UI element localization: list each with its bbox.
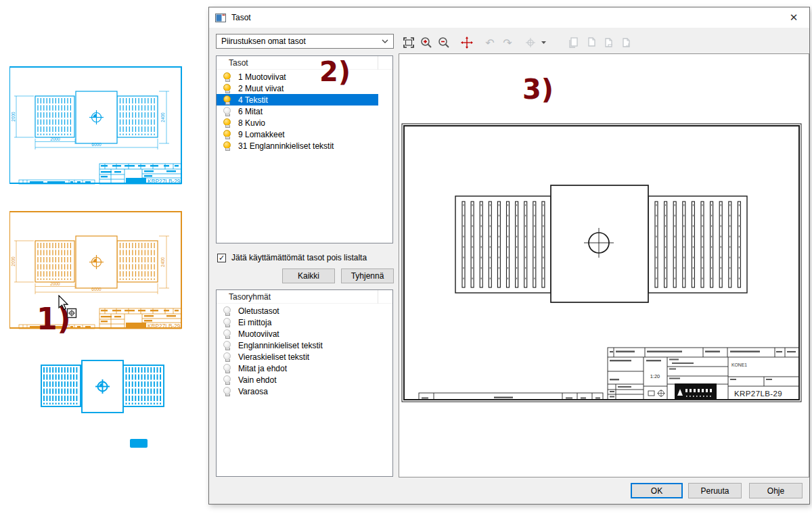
layer-label: 6 Mitat <box>238 107 263 116</box>
snap-target-icon <box>66 308 77 319</box>
scale-value: 1:20 <box>650 373 660 379</box>
dialog-icon <box>215 14 226 22</box>
fit-view-icon[interactable] <box>401 35 416 50</box>
group-label: Vieraskieliset tekstit <box>238 352 309 362</box>
layer-source-value: Piirustuksen omat tasot <box>221 37 306 46</box>
layers-list: Tasot 1 Muotoviivat 2 Muut viivat 4 Teks… <box>216 55 393 243</box>
layer-label: 4 Tekstit <box>238 95 268 105</box>
clear-button[interactable]: Tyhjennä <box>341 268 394 283</box>
layer-row[interactable]: 1 Muotoviivat <box>217 71 378 83</box>
group-label: Varaosa <box>238 387 268 396</box>
zoom-in-icon[interactable] <box>419 35 434 50</box>
layers-dialog: Tasot ✕ Piirustuksen omat tasot Tasot 1 … <box>208 7 810 505</box>
layer-label: 1 Muotoviivat <box>238 72 286 82</box>
bulb-icon[interactable] <box>223 387 231 396</box>
group-label: Mitat ja ehdot <box>238 364 287 373</box>
bulb-icon[interactable] <box>223 95 231 105</box>
preview-toolbar: ↶ ↷ <box>399 33 809 52</box>
group-label: Muotoviivat <box>238 329 279 339</box>
layer-row[interactable]: 31 Englanninkieliset tekstit <box>217 140 378 151</box>
layers-list-header: Tasot <box>217 56 392 70</box>
pan-icon[interactable] <box>459 35 474 50</box>
layer-row[interactable]: 6 Mitat <box>217 106 378 117</box>
layer-groups-list: Tasoryhmät Oletustasot Ei mittoja Muotov… <box>216 289 393 477</box>
bulb-icon[interactable] <box>223 84 231 93</box>
previous-view-icon[interactable]: ↶ <box>482 35 497 50</box>
bulb-icon[interactable] <box>223 318 231 327</box>
group-label: Ei mittoja <box>238 318 271 327</box>
checkbox-check-icon[interactable]: ✓ <box>217 254 226 262</box>
bulb-icon[interactable] <box>223 306 231 316</box>
drawing-object-blue <box>41 360 165 414</box>
center-target-icon[interactable] <box>523 35 538 50</box>
preview-drawing: 1:20 KONE1 KRP27LB-29 <box>399 54 809 477</box>
bulb-icon[interactable] <box>223 375 231 385</box>
ok-button[interactable]: OK <box>631 483 683 498</box>
annotation-2: 2) <box>319 58 351 85</box>
group-row[interactable]: Englanninkieliset tekstit <box>217 340 378 351</box>
bulb-icon[interactable] <box>223 72 231 82</box>
layer-row[interactable]: 2 Muut viivat <box>217 83 378 94</box>
layer-label: 31 Englanninkieliset tekstit <box>238 141 334 151</box>
company-logo-block <box>675 383 717 399</box>
all-button[interactable]: Kaikki <box>282 268 335 283</box>
copy-view-icon-3[interactable] <box>602 35 616 50</box>
bulb-icon[interactable] <box>223 118 231 128</box>
dialog-title: Tasot <box>231 13 251 22</box>
layer-label: 2 Muut viivat <box>238 84 284 93</box>
group-row[interactable]: Vain ehdot <box>217 374 378 386</box>
dialog-titlebar: Tasot ✕ <box>209 7 809 28</box>
layer-source-select[interactable]: Piirustuksen omat tasot <box>216 34 394 49</box>
drawing-sheet-blue <box>9 66 195 186</box>
group-row[interactable]: Oletustasot <box>217 305 378 317</box>
layer-row[interactable]: 4 Tekstit <box>217 94 378 106</box>
next-view-icon[interactable]: ↷ <box>500 35 515 50</box>
groups-list-header: Tasoryhmät <box>217 290 392 304</box>
group-row[interactable]: Muotoviivat <box>217 328 378 340</box>
bulb-icon[interactable] <box>223 352 231 362</box>
group-label: Englanninkieliset tekstit <box>238 341 323 350</box>
cancel-button[interactable]: Peruuta <box>688 483 742 498</box>
blue-bar-shape <box>130 439 148 448</box>
bulb-icon[interactable] <box>223 141 231 151</box>
group-row[interactable]: Ei mittoja <box>217 317 378 328</box>
bulb-icon[interactable] <box>223 364 231 373</box>
hide-unused-checkbox[interactable]: ✓ Jätä käyttämättömät tasot pois listalt… <box>217 253 367 262</box>
group-label: Vain ehdot <box>238 375 277 385</box>
group-row[interactable]: Varaosa <box>217 386 378 397</box>
bulb-icon[interactable] <box>223 107 231 116</box>
hide-unused-label: Jätä käyttämättömät tasot pois listalta <box>231 253 367 262</box>
bulb-icon[interactable] <box>223 130 231 139</box>
bulb-icon[interactable] <box>223 329 231 339</box>
bulb-icon[interactable] <box>223 341 231 350</box>
layer-row[interactable]: 8 Kuvio <box>217 117 378 128</box>
layer-row[interactable]: 9 Lomakkeet <box>217 128 378 140</box>
chevron-down-icon <box>382 39 388 43</box>
copy-view-icon-1[interactable] <box>566 35 581 50</box>
preview-pane: 1:20 KONE1 KRP27LB-29 <box>399 53 809 477</box>
company-name: KONE1 <box>731 363 747 367</box>
close-icon[interactable]: ✕ <box>778 8 809 28</box>
copy-view-icon-4[interactable] <box>619 35 634 50</box>
layer-label: 9 Lomakkeet <box>238 130 285 139</box>
group-row[interactable]: Mitat ja ehdot <box>217 363 378 374</box>
layer-label: 8 Kuvio <box>238 118 265 128</box>
copy-view-icon-2[interactable] <box>584 35 599 50</box>
zoom-out-icon[interactable] <box>436 35 451 50</box>
annotation-3: 3) <box>522 76 554 103</box>
target-dropdown-caret-icon[interactable] <box>541 35 547 50</box>
help-button[interactable]: Ohje <box>749 483 803 498</box>
group-label: Oletustasot <box>238 306 279 316</box>
group-row[interactable]: Vieraskieliset tekstit <box>217 351 378 363</box>
preview-drawing-number: KRP27LB-29 <box>734 390 782 398</box>
preview-object <box>455 185 747 302</box>
